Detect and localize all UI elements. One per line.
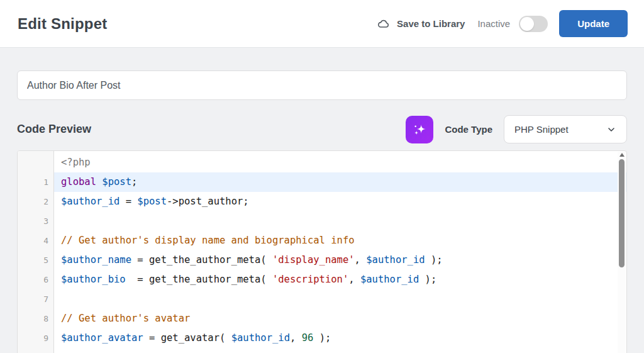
- top-bar: Edit Snippet Save to Library Inactive Up…: [0, 0, 644, 48]
- cloud-icon: [377, 17, 391, 31]
- code-line[interactable]: 8// Get author's avatar: [18, 309, 626, 328]
- code-line[interactable]: 6$author_bio = get_the_author_meta( 'des…: [18, 270, 626, 289]
- snippet-title-input[interactable]: [17, 70, 627, 100]
- code-line-text[interactable]: <?php: [54, 153, 626, 172]
- status-label: Inactive: [477, 18, 510, 29]
- code-line[interactable]: 1global $post;: [18, 172, 626, 192]
- line-number: 8: [18, 314, 54, 323]
- line-number: 9: [18, 333, 54, 343]
- top-bar-actions: Save to Library Inactive Update: [377, 10, 628, 37]
- code-editor-rows: <?php1global $post;2$author_id = $post->…: [18, 151, 626, 353]
- code-line[interactable]: 9$author_avatar = get_avatar( $author_id…: [18, 328, 626, 348]
- code-type-select[interactable]: PHP Snippet: [504, 115, 627, 143]
- code-line[interactable]: 10: [18, 348, 626, 353]
- main-content: Code Preview Code Type PHP Snippet <?php…: [0, 48, 644, 353]
- line-number: 7: [18, 294, 54, 304]
- code-type-value: PHP Snippet: [514, 124, 606, 135]
- save-to-library-button[interactable]: Save to Library: [377, 17, 465, 31]
- code-line-text[interactable]: global $post;: [54, 172, 626, 192]
- toggle-knob: [520, 17, 534, 31]
- code-line[interactable]: <?php: [18, 153, 626, 172]
- code-line-text[interactable]: [54, 289, 626, 309]
- code-line-text[interactable]: [54, 211, 626, 231]
- code-line-text[interactable]: $author_bio = get_the_author_meta( 'desc…: [54, 270, 626, 289]
- code-line[interactable]: 3: [18, 211, 626, 231]
- line-number: 6: [18, 275, 54, 284]
- code-line-text[interactable]: $author_avatar = get_avatar( $author_id,…: [54, 328, 626, 348]
- line-number: 5: [18, 255, 54, 265]
- scroll-up-arrow-icon[interactable]: [619, 153, 625, 157]
- line-number: 1: [18, 177, 54, 187]
- sparkles-icon: [411, 121, 428, 138]
- code-line-text[interactable]: // Get author's display name and biograp…: [54, 231, 626, 250]
- line-number: 3: [18, 216, 54, 226]
- page-title: Edit Snippet: [18, 15, 377, 33]
- code-line[interactable]: 5$author_name = get_the_author_meta( 'di…: [18, 250, 626, 270]
- code-line-text[interactable]: [54, 348, 626, 353]
- active-toggle[interactable]: [519, 16, 548, 32]
- code-line-text[interactable]: // Get author's avatar: [54, 309, 626, 328]
- code-editor[interactable]: <?php1global $post;2$author_id = $post->…: [17, 150, 627, 353]
- code-line[interactable]: 2$author_id = $post->post_author;: [18, 192, 626, 211]
- code-preview-header: Code Preview Code Type PHP Snippet: [17, 115, 627, 143]
- code-line[interactable]: 4// Get author's display name and biogra…: [18, 231, 626, 250]
- ai-generate-button[interactable]: [406, 116, 433, 143]
- save-to-library-label: Save to Library: [397, 18, 465, 29]
- chevron-down-icon: [606, 125, 616, 135]
- line-number: 4: [18, 236, 54, 245]
- scrollbar-thumb[interactable]: [619, 159, 625, 267]
- code-preview-heading: Code Preview: [17, 123, 406, 136]
- code-line[interactable]: 7: [18, 289, 626, 309]
- line-number: 2: [18, 197, 54, 206]
- code-line-text[interactable]: $author_id = $post->post_author;: [54, 192, 626, 211]
- editor-scrollbar[interactable]: [618, 152, 626, 353]
- code-line-text[interactable]: $author_name = get_the_author_meta( 'dis…: [54, 250, 626, 270]
- update-button[interactable]: Update: [559, 10, 628, 37]
- code-type-label: Code Type: [445, 124, 492, 135]
